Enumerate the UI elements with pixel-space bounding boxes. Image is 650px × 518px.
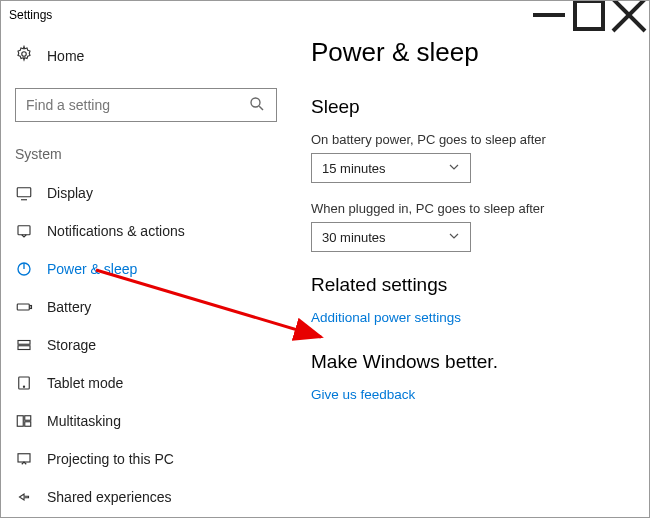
- sidebar-item-label: Projecting to this PC: [47, 451, 174, 467]
- svg-point-5: [251, 98, 260, 107]
- sidebar-item-label: Multitasking: [47, 413, 121, 429]
- svg-rect-15: [18, 346, 30, 350]
- power-icon: [15, 260, 33, 278]
- svg-rect-21: [18, 454, 30, 462]
- home-label: Home: [47, 48, 84, 64]
- storage-icon: [15, 336, 33, 354]
- sidebar-item-label: Shared experiences: [47, 489, 172, 505]
- sidebar-item-tablet-mode[interactable]: Tablet mode: [15, 364, 277, 402]
- sidebar-item-projecting[interactable]: Projecting to this PC: [15, 440, 277, 478]
- battery-sleep-value: 15 minutes: [322, 161, 386, 176]
- plugged-sleep-label: When plugged in, PC goes to sleep after: [311, 201, 629, 216]
- sidebar-item-multitasking[interactable]: Multitasking: [15, 402, 277, 440]
- chevron-down-icon: [448, 230, 460, 245]
- sidebar-item-storage[interactable]: Storage: [15, 326, 277, 364]
- svg-rect-14: [18, 341, 30, 345]
- display-icon: [15, 184, 33, 202]
- sidebar-item-power-sleep[interactable]: Power & sleep: [15, 250, 277, 288]
- maximize-button[interactable]: [569, 1, 609, 29]
- minimize-button[interactable]: [529, 1, 569, 29]
- sidebar-item-label: Notifications & actions: [47, 223, 185, 239]
- chevron-down-icon: [448, 161, 460, 176]
- svg-rect-20: [25, 422, 31, 427]
- sleep-heading: Sleep: [311, 96, 629, 118]
- svg-rect-13: [30, 306, 32, 309]
- svg-point-4: [22, 52, 27, 57]
- sidebar-item-label: Display: [47, 185, 93, 201]
- projecting-icon: [15, 450, 33, 468]
- notifications-icon: [15, 222, 33, 240]
- svg-rect-9: [18, 226, 30, 235]
- sidebar-item-battery[interactable]: Battery: [15, 288, 277, 326]
- gear-icon: [15, 45, 33, 66]
- battery-sleep-label: On battery power, PC goes to sleep after: [311, 132, 629, 147]
- shared-icon: [15, 488, 33, 506]
- sidebar-item-notifications[interactable]: Notifications & actions: [15, 212, 277, 250]
- svg-rect-18: [17, 416, 23, 427]
- sidebar: Home System Display Notifications & acti…: [1, 29, 291, 517]
- svg-rect-1: [575, 1, 603, 29]
- svg-line-6: [259, 106, 263, 110]
- svg-rect-7: [17, 188, 31, 197]
- section-label: System: [15, 146, 277, 162]
- tablet-icon: [15, 374, 33, 392]
- related-settings-heading: Related settings: [311, 274, 629, 296]
- home-button[interactable]: Home: [15, 41, 277, 70]
- sidebar-item-shared-experiences[interactable]: Shared experiences: [15, 478, 277, 516]
- content-area: Power & sleep Sleep On battery power, PC…: [291, 29, 649, 517]
- multitasking-icon: [15, 412, 33, 430]
- battery-sleep-select[interactable]: 15 minutes: [311, 153, 471, 183]
- give-feedback-link[interactable]: Give us feedback: [311, 387, 629, 402]
- plugged-sleep-select[interactable]: 30 minutes: [311, 222, 471, 252]
- svg-rect-12: [17, 304, 29, 310]
- additional-power-settings-link[interactable]: Additional power settings: [311, 310, 629, 325]
- search-input[interactable]: [15, 88, 277, 122]
- window-title: Settings: [9, 8, 52, 22]
- close-button[interactable]: [609, 1, 649, 29]
- sidebar-item-label: Power & sleep: [47, 261, 137, 277]
- sidebar-item-label: Battery: [47, 299, 91, 315]
- plugged-sleep-value: 30 minutes: [322, 230, 386, 245]
- svg-rect-19: [25, 416, 31, 421]
- search-icon: [248, 95, 266, 116]
- battery-icon: [15, 298, 33, 316]
- sidebar-item-label: Storage: [47, 337, 96, 353]
- sidebar-item-label: Tablet mode: [47, 375, 123, 391]
- page-title: Power & sleep: [311, 37, 629, 68]
- search-field[interactable]: [26, 97, 248, 113]
- feedback-heading: Make Windows better.: [311, 351, 629, 373]
- svg-point-17: [23, 386, 24, 387]
- titlebar: Settings: [1, 1, 649, 29]
- sidebar-item-display[interactable]: Display: [15, 174, 277, 212]
